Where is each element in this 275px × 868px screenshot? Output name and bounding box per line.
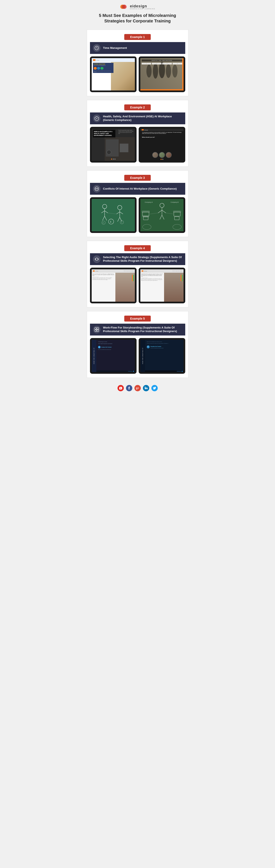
workers-row <box>140 152 184 158</box>
hse2-question: What should you do? <box>142 136 182 138</box>
example-1-screen-1-frame: eidesign COURSE OBJECTIVES The next 10 m… <box>90 57 137 92</box>
youtube-icon[interactable] <box>117 385 124 391</box>
workflow2-side-label: HOW FOR CREATING ST <box>140 340 145 372</box>
tm2-title: IDENTIFY THE TIME MASTERS <box>142 59 182 62</box>
example-2-section: Example 2 Health, Safety, And Environmen… <box>87 100 188 166</box>
objectives-title: COURSE OBJECTIVES <box>94 63 113 65</box>
svg-point-8 <box>153 64 158 79</box>
orange-bar-v-2 <box>181 275 182 281</box>
logo-icon <box>120 4 129 10</box>
example-3-header: Conflicts Of Interest At Workplace (Gene… <box>90 183 185 195</box>
svg-rect-68 <box>97 330 99 332</box>
hex-2 <box>97 67 100 70</box>
example-5-badge-wrap: Example 5 <box>87 316 188 321</box>
example-3-badge-wrap: Example 3 <box>87 175 188 181</box>
example-4-section: Example 4 Selecting The Right Audio Stra… <box>87 241 188 307</box>
example-1-badge: Example 1 <box>124 34 151 40</box>
example-2-screen-1: HERE IS AN EXAMPLE OF A HEALTH, SAFETY A… <box>92 128 135 161</box>
chalk-drawing-2: Company-A Company-B <box>140 199 184 231</box>
logo-container: eidesign ENERGISING LEARNING <box>85 4 191 10</box>
linkedin-icon[interactable] <box>143 385 149 391</box>
dot-active <box>111 159 112 160</box>
example-2-title: Health, Safety, And Environment (HSE) At… <box>103 115 182 122</box>
example-3-screen-1: $ © ® <box>92 199 135 231</box>
worker-3 <box>166 152 172 158</box>
example-5-badge: Example 5 <box>124 316 151 321</box>
example-4-badge-wrap: Example 4 <box>87 245 188 251</box>
example-5-title: Work-Flow For Storyboarding (Supplements… <box>103 326 182 333</box>
green-bar-2 <box>182 275 183 281</box>
svg-text:eidesign: eidesign <box>144 129 148 131</box>
logo-text-block: eidesign ENERGISING LEARNING <box>130 4 156 9</box>
example-1-title: Time Management <box>103 46 127 50</box>
footer: g+ <box>83 381 193 394</box>
hse1-text: HERE IS AN EXAMPLE OF A HEALTH, SAFETY A… <box>93 130 115 137</box>
svg-rect-23 <box>92 199 135 231</box>
example-2-images: HERE IS AN EXAMPLE OF A HEALTH, SAFETY A… <box>87 127 188 162</box>
svg-point-22 <box>97 188 98 189</box>
orange-bar-v <box>132 275 133 281</box>
twitter-icon[interactable] <box>152 385 158 391</box>
facebook-svg <box>128 386 131 390</box>
example-5-screen-2-frame: HOW FOR CREATING ST • A need to be ident… <box>139 338 185 374</box>
example-5-screen-2: HOW FOR CREATING ST • A need to be ident… <box>140 340 184 372</box>
svg-point-16 <box>107 150 111 154</box>
objectives-box: COURSE OBJECTIVES The next 10 minutes wi… <box>93 63 114 73</box>
svg-point-11 <box>172 65 177 78</box>
dot2-active <box>161 159 162 160</box>
dot-inactive-1 <box>113 159 114 160</box>
svg-point-7 <box>146 65 152 78</box>
hse-icon <box>94 116 99 121</box>
logo-name: eidesign <box>130 4 147 8</box>
workflow2-main-content: • A need to be identified and confirmed … <box>145 340 184 372</box>
svg-rect-65 <box>95 328 97 329</box>
worker-1 <box>152 152 158 158</box>
example-2-icon <box>93 115 101 122</box>
svg-rect-66 <box>97 328 99 329</box>
example-3-title: Conflicts Of Interest At Workplace (Gene… <box>103 187 177 191</box>
example-1-screen-2: IDENTIFY THE TIME MASTERS 1 2 3 4 <box>140 58 184 91</box>
svg-rect-24 <box>92 199 135 199</box>
example-4-screen-2-frame: eidesign Select the right audio strategy… <box>139 268 185 303</box>
example-3-icon <box>93 185 101 193</box>
svg-text:©: © <box>103 222 104 224</box>
header: eidesign ENERGISING LEARNING 5 Must See … <box>83 0 193 26</box>
example-5-images: HOW FOR CREATING ST • Identify the type … <box>87 338 188 374</box>
svg-text:$: $ <box>110 221 111 223</box>
example-3-section: Example 3 Conflicts Of Interest At Workp… <box>87 170 188 237</box>
workflow-icon <box>94 327 99 332</box>
example-4-header: Selecting The Right Audio Strategy (Supp… <box>90 253 185 265</box>
example-1-header: Time Management <box>90 42 185 54</box>
youtube-svg <box>119 386 122 390</box>
linkedin-svg <box>144 386 148 390</box>
example-4-badge: Example 4 <box>124 245 151 251</box>
google-plus-icon[interactable]: g+ <box>134 385 141 391</box>
example-1-screen-1: eidesign COURSE OBJECTIVES The next 10 m… <box>92 58 135 91</box>
svg-text:Company-A: Company-A <box>145 202 153 203</box>
dot2-inactive <box>162 159 163 160</box>
conflict-icon <box>94 186 99 191</box>
workflow1-side-label: HOW FOR CREATING ST <box>92 340 96 372</box>
example-4-title: Selecting The Right Audio Strategy (Supp… <box>103 255 182 263</box>
hex-3 <box>101 67 104 70</box>
example-2-screen-2: eidesign "If it important to hazard our … <box>140 128 184 161</box>
dot-inactive-2 <box>114 159 115 160</box>
svg-point-21 <box>95 188 96 189</box>
example-1-badge-wrap: Example 1 <box>87 34 188 40</box>
example-3-images: $ © ® <box>87 197 188 233</box>
example-1-icon <box>93 44 101 52</box>
example-5-screen-1: HOW FOR CREATING ST • Identify the type … <box>92 340 135 372</box>
main-title: 5 Must See Examples of Microlearning Str… <box>93 13 182 24</box>
step-e-letter: E <box>147 345 150 348</box>
hse1-dots <box>111 159 115 160</box>
workflow1-main-content: • Identify the type of content • have a … <box>97 340 135 372</box>
audio-icon <box>94 257 99 261</box>
facebook-icon[interactable] <box>126 385 132 391</box>
example-5-screen-1-frame: HOW FOR CREATING ST • Identify the type … <box>90 338 137 374</box>
worker-2 <box>159 152 165 158</box>
example-3-badge: Example 3 <box>124 175 151 181</box>
logo-tagline: ENERGISING LEARNING <box>130 8 156 9</box>
green-bar <box>133 275 134 281</box>
svg-text:®: ® <box>121 222 122 223</box>
example-1-images: eidesign COURSE OBJECTIVES The next 10 m… <box>87 57 188 92</box>
